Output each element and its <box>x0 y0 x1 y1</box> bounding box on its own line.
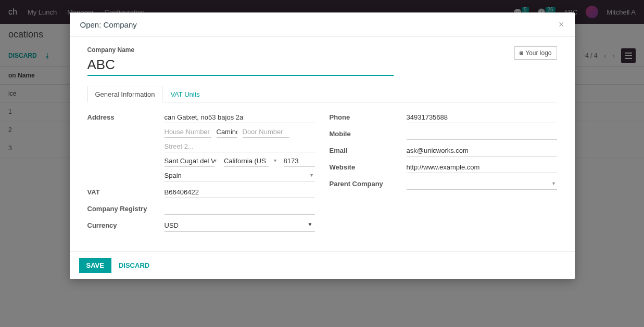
company-name-label: Company Name <box>87 46 557 54</box>
registry-input[interactable] <box>165 203 315 215</box>
save-button[interactable]: SAVE <box>79 258 111 273</box>
tab-general-information[interactable]: General Information <box>87 86 163 102</box>
close-icon[interactable]: × <box>559 20 564 29</box>
website-label: Website <box>330 162 407 171</box>
parent-company-label: Parent Company <box>330 178 407 188</box>
company-modal: Open: Company × ◙ Your logo Company Name… <box>70 12 575 279</box>
modal-title: Open: Company <box>80 20 137 29</box>
phone-label: Phone <box>330 112 407 121</box>
currency-label: Currency <box>87 220 165 229</box>
chevron-down-icon: ▼ <box>308 221 313 227</box>
phone-input[interactable] <box>407 112 557 123</box>
tab-vat-units[interactable]: VAT Units <box>162 86 207 102</box>
parent-company-select[interactable] <box>407 178 557 190</box>
currency-select[interactable] <box>165 220 315 231</box>
website-input[interactable] <box>407 162 557 173</box>
mobile-label: Mobile <box>330 128 407 138</box>
your-logo-button[interactable]: ◙ Your logo <box>514 46 557 60</box>
vat-input[interactable] <box>165 187 315 198</box>
country-select[interactable] <box>165 170 315 181</box>
email-input[interactable] <box>407 145 557 156</box>
zip-input[interactable] <box>284 155 315 167</box>
company-name-input[interactable] <box>87 55 394 76</box>
email-label: Email <box>330 145 407 154</box>
vat-label: VAT <box>87 187 165 196</box>
city-input[interactable] <box>165 155 214 167</box>
your-logo-label: Your logo <box>525 49 551 57</box>
state-select[interactable] <box>224 155 269 167</box>
mobile-input[interactable] <box>407 128 557 140</box>
street-input[interactable] <box>165 112 315 123</box>
door-number-input[interactable] <box>243 126 289 138</box>
camera-icon: ◙ <box>520 49 523 57</box>
street2-input[interactable] <box>165 141 315 152</box>
street-name-input[interactable] <box>217 126 237 138</box>
address-label: Address <box>87 112 165 121</box>
house-number-input[interactable] <box>165 126 211 138</box>
discard-button[interactable]: DISCARD <box>119 261 149 269</box>
registry-label: Company Registry <box>87 203 165 213</box>
